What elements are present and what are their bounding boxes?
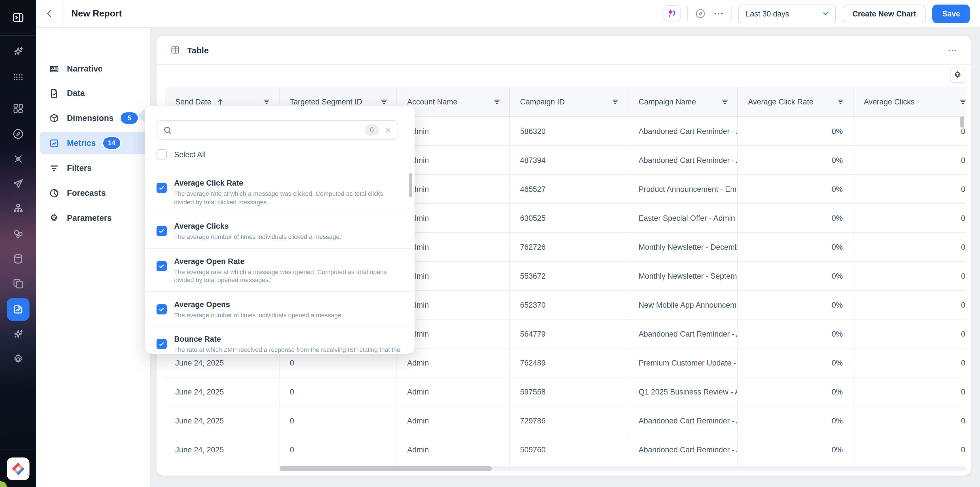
sidebar-item-label: Data	[67, 89, 85, 97]
hierarchy-icon[interactable]	[8, 199, 29, 219]
clear-search-icon[interactable]	[385, 126, 392, 134]
sidebar-item-data[interactable]: Data	[40, 82, 183, 104]
cell: 0	[854, 406, 966, 435]
metric-checkbox[interactable]	[156, 226, 167, 236]
cell: 586320	[510, 117, 628, 145]
column-filter-icon[interactable]	[379, 97, 388, 106]
table-row[interactable]: June 24, 20250Admin509760Abandoned Cart …	[165, 435, 966, 464]
cell: 0%	[738, 262, 854, 290]
horizontal-scrollbar[interactable]	[280, 466, 966, 471]
column-header-campaign-name[interactable]: Campaign Name	[628, 87, 738, 117]
column-filter-icon[interactable]	[492, 97, 501, 106]
metric-option-average-clicks[interactable]: Average ClicksThe average number of time…	[145, 213, 415, 248]
cell: 0	[854, 377, 966, 406]
database-icon[interactable]	[8, 249, 29, 269]
popover-scrollbar-thumb[interactable]	[409, 173, 412, 197]
table-row[interactable]: June 24, 20250Admin597558Q1 2025 Busines…	[165, 377, 966, 406]
sidebar-item-label: Forecasts	[67, 188, 106, 198]
column-filter-icon[interactable]	[836, 97, 845, 106]
cell: 0%	[738, 204, 854, 232]
metric-checkbox[interactable]	[156, 261, 167, 271]
metric-checkbox[interactable]	[156, 339, 167, 349]
sidebar-item-label: Dimensions	[67, 113, 113, 123]
sidebar-item-label: Parameters	[67, 213, 112, 222]
back-button[interactable]	[44, 8, 54, 19]
metrics-search-box: 0	[156, 120, 398, 140]
apps-grid-icon[interactable]	[8, 67, 29, 88]
time-range-select[interactable]: Last 30 days	[738, 4, 836, 23]
horizontal-scrollbar-thumb[interactable]	[280, 466, 492, 471]
table-settings-button[interactable]	[950, 67, 965, 83]
ai-wand-button[interactable]	[663, 5, 681, 22]
cell: June 24, 2025	[165, 406, 280, 435]
cell: Admin	[397, 377, 510, 406]
sidebar-item-narrative[interactable]: Narrative	[40, 57, 183, 80]
search-icon	[163, 125, 172, 135]
cell: New Mobile App Announcemen	[628, 291, 738, 319]
select-all-checkbox[interactable]	[156, 149, 167, 160]
count-badge: 5	[121, 112, 138, 124]
reports-icon[interactable]	[7, 298, 30, 321]
selected-count-badge: 0	[365, 124, 379, 136]
cell: Monthly Newsletter - Decembe	[628, 233, 738, 261]
vertical-scrollbar-thumb[interactable]	[960, 117, 964, 128]
column-filter-icon[interactable]	[720, 97, 729, 106]
save-button[interactable]: Save	[933, 4, 970, 23]
settings-icon[interactable]	[8, 349, 29, 369]
send-icon[interactable]	[8, 174, 29, 194]
panel-toggle-icon[interactable]	[8, 7, 29, 28]
column-header-average-click-rate[interactable]: Average Click Rate	[738, 87, 854, 117]
sparkle-icon[interactable]	[8, 324, 29, 345]
copy-icon[interactable]	[8, 274, 29, 294]
select-all-row[interactable]: Select All	[156, 149, 205, 160]
toolbar-divider	[687, 6, 688, 21]
column-header-campaign-id[interactable]: Campaign ID	[510, 87, 628, 117]
panel-more-icon[interactable]	[947, 45, 957, 56]
column-filter-icon[interactable]	[262, 97, 271, 106]
cell: 762489	[510, 348, 628, 377]
metric-option-bounce-rate[interactable]: Bounce RateThe rate at which ZMP receive…	[145, 326, 415, 354]
sort-ascending-icon[interactable]	[216, 97, 224, 106]
chevron-down-icon	[822, 10, 830, 18]
parameters-icon	[49, 212, 60, 224]
metric-description: The rate at which ZMP received a respons…	[174, 346, 401, 354]
brand-logo[interactable]	[7, 457, 30, 480]
column-label: Campaign ID	[520, 97, 565, 106]
search-input[interactable]	[177, 121, 365, 139]
cell: Abandoned Cart Reminder - Ad	[628, 406, 738, 435]
metric-option-average-open-rate[interactable]: Average Open RateThe average rate at whi…	[145, 248, 415, 291]
metric-text: Bounce RateThe rate at which ZMP receive…	[174, 333, 401, 354]
cell: 0	[854, 204, 966, 232]
metric-text: Average Open RateThe average rate at whi…	[174, 255, 401, 284]
metric-title: Average Opens	[174, 298, 343, 309]
report-sidebar: NarrativeDataDimensions5Metrics14Filters…	[36, 27, 151, 487]
dashboard-icon[interactable]	[8, 98, 29, 119]
cell: Admin	[397, 435, 510, 464]
column-label: Average Click Rate	[748, 97, 813, 106]
cell: Admin	[397, 348, 510, 377]
metric-title: Average Click Rate	[174, 177, 401, 188]
clusters-icon[interactable]	[8, 224, 29, 244]
cell: 0	[854, 262, 966, 290]
column-filter-icon[interactable]	[611, 97, 620, 106]
column-label: Average Clicks	[864, 97, 915, 106]
header-divider	[63, 0, 64, 27]
metric-checkbox[interactable]	[156, 304, 167, 314]
metric-option-average-click-rate[interactable]: Average Click RateThe average rate at wh…	[145, 170, 415, 213]
cell: 0	[854, 435, 966, 464]
cell: 0	[854, 117, 966, 145]
cell: Monthly Newsletter - Septembe	[628, 262, 738, 290]
explore-compass-icon[interactable]	[695, 8, 706, 19]
metric-option-average-opens[interactable]: Average OpensThe average number of times…	[145, 291, 415, 326]
column-filter-icon[interactable]	[958, 97, 966, 106]
ai-sparkle-icon[interactable]	[8, 42, 29, 62]
cell: Abandoned Cart Reminder - Ad	[628, 319, 738, 348]
more-options-icon[interactable]	[713, 8, 724, 19]
table-row[interactable]: June 24, 20250Admin729786Abandoned Cart …	[165, 406, 966, 435]
metric-checkbox[interactable]	[156, 183, 167, 193]
column-header-average-clicks[interactable]: Average Clicks	[854, 87, 966, 117]
compass-icon[interactable]	[8, 124, 29, 144]
cell: 0%	[738, 146, 854, 174]
create-new-chart-button[interactable]: Create New Chart	[843, 4, 926, 23]
target-icon[interactable]	[8, 149, 29, 169]
